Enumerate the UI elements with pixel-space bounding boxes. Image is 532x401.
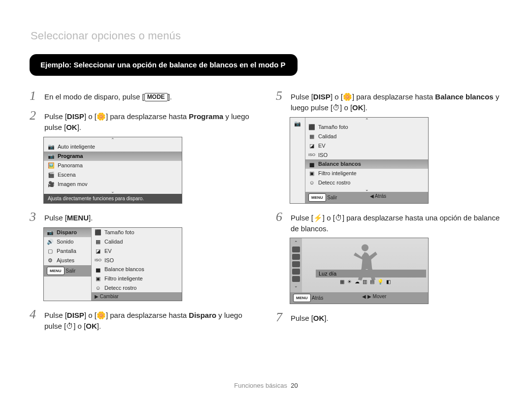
step-2: 2 Pulse [DISP] o [🌼] para desplazarse ha…: [30, 109, 256, 133]
example-callout: Ejemplo: Seleccionar una opción de balan…: [30, 54, 298, 76]
wb-label: Luz día: [316, 270, 426, 278]
quality-icon: [292, 254, 300, 260]
ev-icon: ◪: [308, 143, 315, 149]
timer-icon: ⏱: [332, 103, 340, 112]
scroll-down-icon: ⌄: [294, 283, 298, 288]
ok-key: OK: [66, 123, 77, 131]
filter-icon: [292, 276, 300, 282]
step-1: 1 En el modo de disparo, pulse [MODE].: [30, 90, 256, 102]
scroll-up-icon: ⌃: [294, 240, 298, 245]
list-item: 🎥Imagen mov: [44, 180, 182, 189]
list-item: 🖼️Panorama: [44, 161, 182, 170]
footer-bar: ▶ Cambiar: [92, 292, 182, 301]
disp-key: DISP: [67, 311, 84, 319]
lcd-wb-select: ⌃ ⌄ Luz día ▦: [290, 238, 429, 304]
filter-icon: ▣: [95, 276, 101, 282]
wb-fluorescent-h-icon: ▥: [363, 279, 367, 284]
column-right: 5 Pulse [DISP] o [🌼] para desplazarse ha…: [276, 83, 502, 334]
wb-tungsten-icon: 💡: [377, 279, 383, 284]
filter-icon: ▣: [308, 170, 315, 177]
size-icon: [292, 247, 300, 252]
list-item: 🔊Sonido: [44, 237, 91, 247]
iso-icon: ISO: [308, 153, 315, 157]
ok-key: OK: [313, 314, 325, 322]
panorama-icon: 🖼️: [48, 162, 55, 169]
timer-icon: ⏱: [335, 214, 342, 222]
ok-key: OK: [86, 322, 97, 330]
step-7: 7 Pulse [OK].: [276, 311, 502, 324]
macro-icon: 🌼: [97, 112, 106, 121]
scroll-up-icon: ⌃: [44, 137, 182, 142]
lcd-main-menu: 📷Disparo 🔊Sonido ▢Pantalla ⚙Ajustes MENU…: [43, 227, 182, 301]
list-item: ISOISO: [305, 151, 428, 159]
scroll-down-icon: ⌄: [44, 189, 182, 194]
flash-icon: ⚡: [313, 214, 323, 222]
side-icons: ⌃ ⌄: [290, 238, 302, 292]
page-footer: Funciones básicas 20: [0, 382, 532, 389]
list-item: ▢Pantalla: [44, 247, 91, 256]
quality-icon: ▦: [95, 239, 101, 245]
list-item: ▅Balance blancos: [92, 265, 182, 274]
step-5: 5 Pulse [DISP] o [🌼] para desplazarse ha…: [276, 90, 502, 113]
preview-photo: Luz día ▦ ☀ ☁ ▥ ▤ 💡 ◧: [302, 238, 428, 292]
list-item-selected: ▅Balance blancos: [305, 159, 428, 169]
size-icon: ⬛: [308, 124, 315, 130]
list-item: ◪EV: [305, 141, 428, 151]
face-icon: ☺: [308, 180, 315, 185]
quality-icon: ▦: [308, 133, 315, 140]
wb-auto-icon: ▦: [340, 279, 344, 284]
scene-icon: 🎬: [48, 172, 55, 178]
wb-icon: ▅: [95, 266, 101, 273]
camera-icon: 📷: [48, 153, 55, 159]
ok-key: OK: [352, 103, 364, 112]
macro-icon: 🌼: [97, 311, 106, 319]
column-left: 1 En el modo de disparo, pulse [MODE]. 2…: [30, 83, 256, 334]
iso-icon: [292, 269, 300, 275]
list-item-selected: 📷Programa: [44, 152, 182, 161]
list-item: ◪EV: [92, 247, 182, 256]
camera-icon: 📷: [294, 121, 301, 127]
scroll-up-icon: ⌃: [305, 118, 428, 123]
list-item: ISOISO: [92, 256, 182, 265]
footer-bar: MENU Salir: [44, 265, 91, 277]
list-item: ▦Calidad: [92, 237, 182, 247]
movie-icon: 🎥: [48, 181, 55, 187]
list-item: ▣Filtro inteligente: [305, 169, 428, 178]
list-item: ⬛Tamaño foto: [92, 228, 182, 237]
list-item: ⬛Tamaño foto: [305, 123, 428, 132]
step-4: 4 Pulse [DISP] o [🌼] para desplazarse ha…: [30, 308, 256, 332]
lcd-mode-menu: ⌃ 📷Auto inteligente 📷Programa 🖼️Panorama…: [43, 137, 182, 204]
mode-key: MODE: [144, 93, 168, 101]
iso-icon: ISO: [95, 258, 101, 262]
disp-key: DISP: [67, 112, 84, 121]
list-item: ▣Filtro inteligente: [92, 274, 182, 283]
menu-key: MENU: [67, 214, 89, 222]
face-icon: ☺: [95, 285, 101, 291]
timer-icon: ⏱: [66, 322, 73, 330]
wb-daylight-icon: ☀: [347, 279, 352, 284]
list-item: ▦Calidad: [305, 132, 428, 141]
page-title: Seleccionar opciones o menús: [31, 30, 502, 42]
footer-bar: MENU Atrás ◀ ▶ Mover: [290, 292, 428, 304]
ev-icon: ◪: [95, 248, 101, 254]
wb-custom-icon: ◧: [386, 279, 391, 284]
scroll-down-icon: ⌄: [305, 187, 428, 192]
size-icon: ⬛: [95, 229, 101, 236]
wb-fluorescent-l-icon: ▤: [370, 279, 374, 284]
list-item: 🎬Escena: [44, 170, 182, 180]
lcd-shooting-menu: 📷 ⌃ ⬛Tamaño foto ▦Calidad ◪EV ISOISO ▅Ba…: [290, 117, 429, 204]
wb-options-strip: ▦ ☀ ☁ ▥ ▤ 💡 ◧: [304, 278, 426, 284]
list-item: ⚙Ajustes: [44, 256, 91, 265]
list-item: 📷Auto inteligente: [44, 142, 182, 152]
camera-icon: 📷: [48, 144, 55, 150]
wb-cloudy-icon: ☁: [355, 279, 360, 284]
disp-key: DISP: [313, 93, 331, 101]
mode-description: Ajusta directamente funciones para dispa…: [44, 194, 182, 203]
step-3: 3 Pulse [MENU].: [30, 211, 256, 223]
camera-icon: 📷: [47, 229, 54, 236]
wb-icon: ▅: [308, 161, 315, 167]
list-item-selected: 📷Disparo: [44, 228, 91, 237]
list-item: ☺Detecc rostro: [92, 283, 182, 292]
footer-bar: MENU Salir ◀ Atrás: [305, 192, 428, 203]
sound-icon: 🔊: [47, 239, 54, 245]
